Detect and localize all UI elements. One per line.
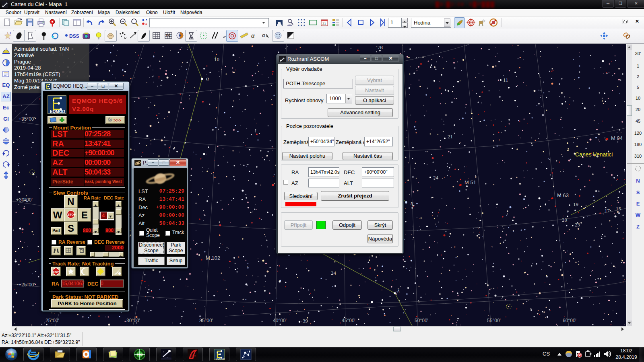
- svg-text:19: 19: [573, 201, 578, 207]
- svg-text:50°00': 50°00': [415, 318, 428, 323]
- svg-text:21: 21: [448, 134, 453, 140]
- svg-text:+30°00': +30°00': [16, 197, 33, 203]
- svg-text:EQMOD: EQMOD: [50, 109, 65, 113]
- svg-text:η: η: [411, 200, 413, 206]
- svg-text:11: 11: [503, 77, 508, 83]
- svg-text:α: α: [262, 32, 265, 38]
- svg-text:15: 15: [616, 206, 621, 212]
- svg-text:M 63: M 63: [557, 192, 569, 198]
- svg-text:>>>: >>>: [114, 118, 121, 123]
- svg-text:23: 23: [575, 222, 580, 228]
- svg-text:STOP: STOP: [53, 271, 59, 273]
- svg-text:+25°00': +25°00': [19, 282, 35, 288]
- svg-text:24: 24: [433, 175, 439, 181]
- svg-text:24: 24: [331, 270, 336, 276]
- svg-text:M 51: M 51: [464, 179, 476, 185]
- svg-text:M 94: M 94: [611, 135, 623, 141]
- svg-text:21: 21: [322, 22, 326, 25]
- svg-text:α: α: [206, 76, 209, 82]
- svg-text:30°00': 30°00': [126, 318, 140, 323]
- svg-text:35°00': 35°00': [199, 318, 213, 323]
- svg-text:60°00': 60°00': [563, 318, 576, 323]
- svg-text:78: 78: [378, 44, 383, 50]
- svg-text:EQMOD: EQMOD: [216, 358, 225, 360]
- svg-text:Canes Venatici: Canes Venatici: [575, 151, 613, 158]
- svg-text:EQ: EQ: [166, 34, 171, 37]
- svg-text:10: 10: [214, 56, 219, 62]
- svg-text:40°00': 40°00': [273, 318, 287, 323]
- svg-text:STOP: STOP: [68, 213, 76, 216]
- svg-text:45°00': 45°00': [342, 318, 355, 323]
- svg-text:PHD: PHD: [137, 353, 143, 356]
- svg-text:17: 17: [605, 208, 610, 214]
- svg-text:25°00': 25°00': [45, 318, 59, 323]
- svg-text:55°00': 55°00': [487, 318, 501, 323]
- svg-text:λ: λ: [397, 288, 400, 294]
- svg-text:M 102: M 102: [206, 255, 220, 261]
- svg-text:20: 20: [562, 217, 567, 223]
- svg-text:+35°00': +35°00': [19, 116, 35, 122]
- svg-text:39: 39: [303, 318, 308, 324]
